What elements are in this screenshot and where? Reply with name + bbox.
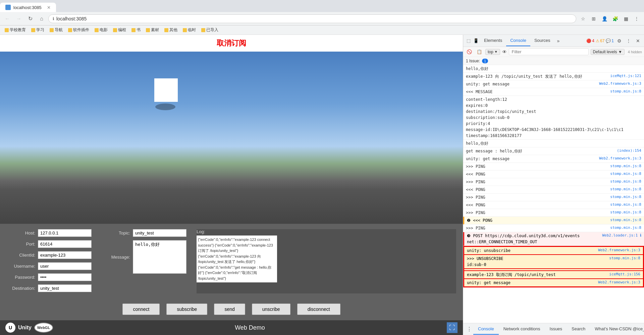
console-line[interactable]: <<< MESSAGEstomp.min.js:8 bbox=[463, 88, 644, 96]
console-line[interactable]: >>> PINGstomp.min.js:8 bbox=[463, 163, 644, 171]
default-levels-selector[interactable]: Default levels ▼ bbox=[591, 49, 625, 55]
host-input[interactable] bbox=[38, 229, 92, 237]
fullscreen-button[interactable]: ⛶ bbox=[447, 322, 458, 333]
send-button[interactable]: send bbox=[214, 304, 245, 315]
console-line-source[interactable]: stomp.min.js:8 bbox=[610, 217, 641, 223]
console-line[interactable]: ❸ POST https://cdp.cloud.unity3d.com/v1/… bbox=[463, 232, 644, 246]
close-devtools-button[interactable]: ✕ bbox=[634, 37, 642, 45]
devtools-device-button[interactable]: 📱 bbox=[472, 38, 480, 44]
tab-console[interactable]: Console bbox=[506, 35, 530, 46]
console-line[interactable]: unity: unsubscribeWeb2.framework.js:3 bbox=[464, 247, 643, 255]
password-input[interactable] bbox=[38, 273, 92, 281]
bookmark-软件插件[interactable]: 软件插件 bbox=[66, 26, 91, 34]
active-tab[interactable]: localhost:3085 ✕ bbox=[0, 3, 56, 12]
forward-button[interactable]: → bbox=[14, 14, 23, 23]
console-line-source[interactable]: stomp.min.js:8 bbox=[610, 202, 641, 208]
username-input[interactable] bbox=[38, 262, 92, 270]
console-line[interactable]: example-123 向 /topic/unity_test 发送了 hell… bbox=[463, 73, 644, 80]
tab-sources[interactable]: Sources bbox=[530, 35, 554, 46]
close-tab-button[interactable]: ✕ bbox=[47, 5, 51, 10]
bottom-tab-whats-new[interactable]: What's New·CSDN @ice_bear222 bbox=[590, 324, 644, 335]
refresh-button[interactable]: ↻ bbox=[25, 14, 35, 23]
console-line-source[interactable]: Web2.loader.js:1 ℹ bbox=[602, 233, 641, 239]
console-line[interactable]: >>> PINGstomp.min.js:8 bbox=[463, 178, 644, 186]
tab-more[interactable]: » bbox=[554, 37, 562, 45]
extension-button[interactable]: 🧩 bbox=[610, 14, 620, 23]
disconnect-button[interactable]: disconnect bbox=[297, 304, 340, 315]
console-line[interactable]: hello,你好 bbox=[463, 140, 644, 147]
console-line-source[interactable]: stomp.min.js:8 bbox=[610, 225, 641, 231]
bookmark-素材[interactable]: 素材 bbox=[144, 26, 161, 34]
console-line[interactable]: example-123 取消订阅 /topic/unity_testiceMqt… bbox=[464, 271, 643, 279]
bottom-tab-issues[interactable]: Issues bbox=[545, 324, 567, 335]
preserve-log-button[interactable]: 📋 bbox=[475, 49, 483, 55]
console-line[interactable]: unity: get messageWeb2.framework.js:3 bbox=[463, 155, 644, 163]
tab-search-button[interactable]: ⊞ bbox=[589, 14, 598, 23]
clear-console-button[interactable]: 🚫 bbox=[465, 49, 473, 55]
console-line[interactable]: unity: get messageWeb2.framework.js:3 bbox=[463, 80, 644, 88]
bookmark-学校教育[interactable]: 学校教育 bbox=[3, 26, 28, 34]
subscribe-button[interactable]: subscribe bbox=[166, 304, 207, 315]
bottom-tab-network-conditions[interactable]: Network conditions bbox=[499, 324, 545, 335]
console-line-source[interactable]: stomp.min.js:8 bbox=[610, 163, 641, 169]
console-line-source[interactable]: Web2.framework.js:3 bbox=[598, 248, 640, 253]
port-input[interactable] bbox=[38, 240, 92, 248]
console-line[interactable]: <<< PONGstomp.min.js:8 bbox=[463, 171, 644, 178]
back-button[interactable]: ← bbox=[3, 14, 12, 23]
console-line[interactable]: <<< PONGstomp.min.js:8 bbox=[463, 201, 644, 209]
message-textarea[interactable] bbox=[133, 240, 186, 274]
console-line[interactable]: content-length:12 expires:0 destination:… bbox=[463, 96, 644, 140]
settings-button[interactable]: ⚙ bbox=[615, 37, 623, 45]
bottom-tab-console[interactable]: Console bbox=[473, 324, 499, 335]
console-line[interactable]: unity: get messageWeb2.framework.js:3 bbox=[464, 279, 643, 287]
profile-button[interactable]: 👤 bbox=[600, 14, 609, 23]
sidebar-button[interactable]: ▦ bbox=[621, 14, 631, 23]
console-line-source[interactable]: iceMqtt.js:156 bbox=[609, 272, 640, 277]
unscribe-button[interactable]: unscribe bbox=[252, 304, 290, 315]
console-line-source[interactable]: (index):154 bbox=[617, 148, 641, 154]
console-line-source[interactable]: stomp.min.js:8 bbox=[610, 194, 641, 200]
console-line-source[interactable]: Web2.framework.js:3 bbox=[598, 280, 640, 285]
devtools-more-button[interactable]: ⋮ bbox=[625, 37, 633, 45]
console-line-source[interactable]: iceMqtt.js:121 bbox=[610, 73, 641, 79]
console-line-source[interactable]: stomp.min.js:8 bbox=[609, 256, 640, 261]
more-button[interactable]: ⋮ bbox=[632, 14, 641, 23]
game-canvas[interactable] bbox=[0, 52, 463, 224]
console-line-source[interactable]: stomp.min.js:8 bbox=[610, 179, 641, 185]
console-line[interactable]: hello,你好 bbox=[463, 65, 644, 73]
console-line[interactable]: <<< PONGstomp.min.js:8 bbox=[463, 186, 644, 194]
bookmark-临时[interactable]: 临时 bbox=[181, 26, 198, 34]
console-line-source[interactable]: stomp.min.js:8 bbox=[610, 210, 641, 215]
bottom-tab-search[interactable]: Search bbox=[567, 324, 590, 335]
console-line-source[interactable]: stomp.min.js:8 bbox=[610, 187, 641, 192]
bottom-tab-menu-icon[interactable]: ⋮ bbox=[465, 325, 473, 334]
console-line[interactable]: get message : hello,你好(index):154 bbox=[463, 147, 644, 155]
address-bar[interactable]: ℹ localhost:3085 bbox=[48, 14, 576, 23]
console-line[interactable]: >>> PINGstomp.min.js:8 bbox=[463, 209, 644, 217]
topic-input[interactable] bbox=[133, 229, 186, 237]
bookmark-电影[interactable]: 电影 bbox=[93, 26, 110, 34]
devtools-inspect-button[interactable]: ⬚ bbox=[465, 38, 472, 44]
bookmark-其他[interactable]: 其他 bbox=[162, 26, 179, 34]
connect-button[interactable]: connect bbox=[122, 304, 160, 315]
console-line[interactable]: ❷ <<< PONGstomp.min.js:8 bbox=[463, 217, 644, 224]
console-line-source[interactable]: stomp.min.js:8 bbox=[610, 89, 641, 94]
top-context-selector[interactable]: top ▼ bbox=[485, 49, 500, 55]
bookmark-书[interactable]: 书 bbox=[129, 26, 143, 34]
console-line[interactable]: >>> PINGstomp.min.js:8 bbox=[463, 224, 644, 232]
console-line-source[interactable]: Web2.framework.js:3 bbox=[599, 81, 641, 87]
filter-input[interactable] bbox=[509, 48, 589, 55]
console-line[interactable]: >>> PINGstomp.min.js:8 bbox=[463, 194, 644, 201]
bookmark-学习[interactable]: 学习 bbox=[29, 26, 46, 34]
clientid-input[interactable] bbox=[38, 251, 92, 259]
console-line-source[interactable]: Web2.framework.js:3 bbox=[599, 156, 641, 161]
console-line[interactable]: >>> UNSUBSCRIBE id:sub-0stomp.min.js:8 bbox=[464, 255, 643, 269]
bookmark-已导入[interactable]: 已导入 bbox=[199, 26, 220, 34]
home-button[interactable]: ⌂ bbox=[37, 14, 46, 23]
console-line-source[interactable]: stomp.min.js:8 bbox=[610, 171, 641, 177]
bookmark-star-button[interactable]: ☆ bbox=[578, 14, 588, 23]
custom-filter-button[interactable]: 👁 bbox=[502, 49, 507, 55]
console-output[interactable]: hello,你好example-123 向 /topic/unity_test … bbox=[463, 65, 644, 323]
destination-input[interactable] bbox=[38, 284, 92, 292]
tab-elements[interactable]: Elements bbox=[480, 35, 506, 46]
